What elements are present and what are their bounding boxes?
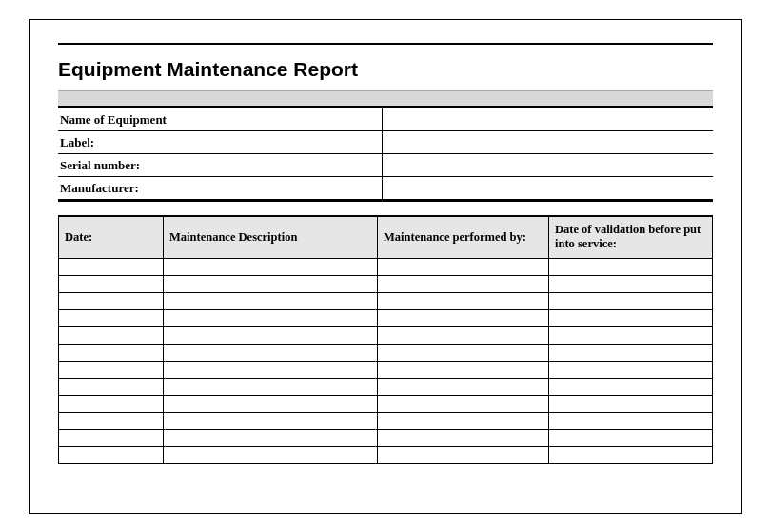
log-cell-date — [59, 275, 164, 292]
log-body — [59, 258, 713, 463]
log-row — [59, 292, 713, 309]
log-row — [59, 412, 713, 429]
log-header-validation: Date of validation before put into servi… — [549, 216, 713, 258]
log-cell-description — [164, 412, 378, 429]
title-gray-band — [58, 90, 713, 106]
log-cell-performed-by — [378, 309, 549, 326]
log-cell-description — [164, 361, 378, 378]
log-row — [59, 344, 713, 361]
log-header-description: Maintenance Description — [164, 216, 378, 258]
log-cell-date — [59, 326, 164, 344]
log-cell-description — [164, 258, 378, 275]
log-cell-description — [164, 378, 378, 395]
log-cell-date — [59, 446, 164, 463]
log-cell-performed-by — [378, 395, 549, 412]
log-cell-date — [59, 429, 164, 446]
log-cell-performed-by — [378, 378, 549, 395]
log-cell-description — [164, 309, 378, 326]
log-cell-description — [164, 292, 378, 309]
log-cell-validation — [549, 344, 713, 361]
log-row — [59, 446, 713, 463]
log-header-row: Date: Maintenance Description Maintenanc… — [59, 216, 713, 258]
log-cell-performed-by — [378, 258, 549, 275]
info-value — [382, 154, 713, 177]
log-cell-validation — [549, 395, 713, 412]
document-page: Equipment Maintenance Report Name of Equ… — [29, 19, 742, 514]
info-value — [382, 177, 713, 201]
log-cell-date — [59, 309, 164, 326]
log-row — [59, 275, 713, 292]
log-cell-performed-by — [378, 446, 549, 463]
log-cell-date — [59, 258, 164, 275]
info-label: Manufacturer: — [58, 177, 382, 201]
info-label: Label: — [58, 131, 382, 154]
log-cell-validation — [549, 275, 713, 292]
log-cell-validation — [549, 326, 713, 344]
top-horizontal-rule — [58, 43, 713, 45]
log-cell-validation — [549, 361, 713, 378]
log-cell-performed-by — [378, 429, 549, 446]
log-cell-description — [164, 429, 378, 446]
log-cell-date — [59, 395, 164, 412]
log-cell-performed-by — [378, 361, 549, 378]
info-row: Manufacturer: — [58, 177, 713, 201]
log-cell-description — [164, 326, 378, 344]
log-cell-date — [59, 361, 164, 378]
maintenance-log-table: Date: Maintenance Description Maintenanc… — [58, 215, 713, 464]
log-header-date: Date: — [59, 216, 164, 258]
log-row — [59, 395, 713, 412]
log-cell-validation — [549, 412, 713, 429]
log-row — [59, 378, 713, 395]
log-row — [59, 258, 713, 275]
log-row — [59, 309, 713, 326]
log-cell-performed-by — [378, 275, 549, 292]
equipment-info-table: Name of Equipment Label: Serial number: … — [58, 108, 713, 202]
log-cell-description — [164, 344, 378, 361]
section-spacer — [58, 202, 713, 215]
log-cell-validation — [549, 309, 713, 326]
log-row — [59, 326, 713, 344]
info-row: Serial number: — [58, 154, 713, 177]
log-cell-validation — [549, 446, 713, 463]
log-cell-performed-by — [378, 412, 549, 429]
log-cell-description — [164, 395, 378, 412]
log-cell-date — [59, 292, 164, 309]
log-cell-performed-by — [378, 292, 549, 309]
log-row — [59, 361, 713, 378]
info-label: Serial number: — [58, 154, 382, 177]
log-cell-description — [164, 275, 378, 292]
log-cell-performed-by — [378, 344, 549, 361]
log-cell-validation — [549, 292, 713, 309]
info-row: Name of Equipment — [58, 108, 713, 131]
info-label: Name of Equipment — [58, 108, 382, 131]
log-cell-validation — [549, 258, 713, 275]
log-cell-description — [164, 446, 378, 463]
log-cell-date — [59, 344, 164, 361]
log-row — [59, 429, 713, 446]
log-cell-validation — [549, 378, 713, 395]
log-cell-performed-by — [378, 326, 549, 344]
info-row: Label: — [58, 131, 713, 154]
log-cell-date — [59, 412, 164, 429]
report-title: Equipment Maintenance Report — [58, 58, 713, 81]
log-cell-date — [59, 378, 164, 395]
info-value — [382, 131, 713, 154]
info-value — [382, 108, 713, 131]
log-header-performed-by: Maintenance performed by: — [378, 216, 549, 258]
log-cell-validation — [549, 429, 713, 446]
